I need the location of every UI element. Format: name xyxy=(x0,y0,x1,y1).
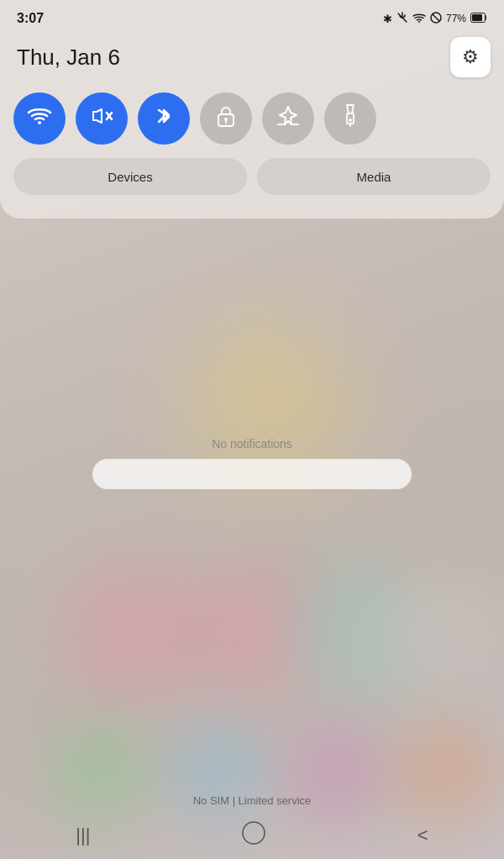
wallpaper-blob-7 xyxy=(168,723,269,824)
airplane-icon xyxy=(276,104,300,134)
wallpaper-blob-2 xyxy=(67,563,202,698)
settings-row: Thu, Jan 6 ⚙ xyxy=(0,34,504,86)
svg-rect-4 xyxy=(472,14,482,21)
phone-screen: No notifications No SIM | Limited servic… xyxy=(0,0,504,859)
toggle-wifi[interactable] xyxy=(13,92,66,145)
dnd-status-icon xyxy=(430,12,442,26)
wallpaper-blob-6 xyxy=(50,723,151,824)
action-buttons: Devices Media xyxy=(0,155,504,202)
bluetooth-status-icon: ✱ xyxy=(383,13,392,25)
lock-icon xyxy=(217,104,235,134)
toggle-sound-off[interactable] xyxy=(76,92,128,145)
battery-icon xyxy=(470,13,487,25)
mute-status-icon xyxy=(396,12,408,26)
svg-point-12 xyxy=(349,119,352,122)
media-label: Media xyxy=(357,170,391,184)
svg-point-0 xyxy=(418,21,420,23)
settings-button[interactable]: ⚙ xyxy=(450,37,491,77)
wifi-status-icon xyxy=(412,13,426,25)
no-notifications-bar xyxy=(92,459,412,489)
wifi-icon xyxy=(27,106,52,132)
no-notifications-area: No notifications xyxy=(0,437,504,489)
wallpaper-blob-8 xyxy=(286,723,386,824)
home-button[interactable] xyxy=(242,821,265,851)
wallpaper-blob-9 xyxy=(395,723,496,824)
toggle-bluetooth[interactable] xyxy=(138,92,190,145)
wallpaper-blob-5 xyxy=(386,572,504,689)
svg-point-5 xyxy=(38,121,41,124)
nav-bar: ||| < xyxy=(0,812,504,859)
back-button[interactable]: < xyxy=(417,825,428,846)
toggle-screen-lock[interactable] xyxy=(200,92,252,145)
devices-button[interactable]: Devices xyxy=(13,158,247,195)
bluetooth-icon xyxy=(155,103,172,134)
flashlight-icon xyxy=(341,103,360,134)
svg-rect-14 xyxy=(243,822,265,844)
no-notifications-text: No notifications xyxy=(212,437,292,451)
quick-toggles xyxy=(0,86,504,155)
gear-icon: ⚙ xyxy=(462,46,479,68)
recent-apps-button[interactable]: ||| xyxy=(76,825,90,846)
sound-off-icon xyxy=(90,104,113,134)
no-sim-text: No SIM | Limited service xyxy=(0,794,504,807)
toggle-airplane[interactable] xyxy=(262,92,314,145)
status-time: 3:07 xyxy=(17,11,44,26)
status-bar: 3:07 ✱ xyxy=(0,0,504,34)
battery-percent: 77% xyxy=(446,13,466,24)
devices-label: Devices xyxy=(108,170,152,184)
notification-panel: 3:07 ✱ xyxy=(0,0,504,219)
svg-line-2 xyxy=(432,13,439,21)
status-icons: ✱ xyxy=(383,12,487,26)
media-button[interactable]: Media xyxy=(257,158,491,195)
date-label: Thu, Jan 6 xyxy=(17,45,120,71)
toggle-flashlight[interactable] xyxy=(324,92,376,145)
